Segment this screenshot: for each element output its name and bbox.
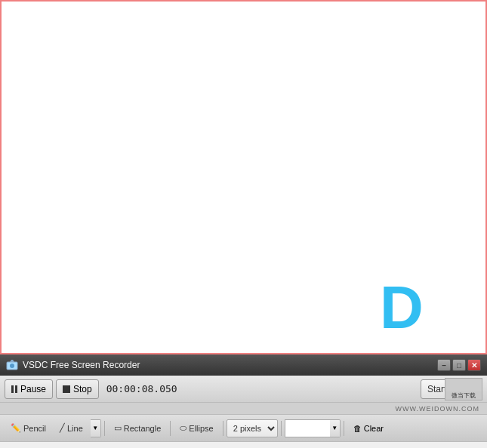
stop-label: Stop — [73, 384, 92, 394]
ellipse-icon: ⬭ — [180, 423, 186, 433]
pencil-tool-button[interactable]: ✏️ Pencil — [5, 419, 52, 438]
timer-display: 00:00:08.050 — [106, 383, 177, 394]
pause-label: Pause — [20, 384, 46, 394]
window-controls: – □ ✕ — [437, 359, 481, 371]
svg-point-2 — [10, 364, 14, 368]
capture-area: D — [0, 0, 487, 354]
line-label: Line — [67, 424, 83, 433]
title-bar: VSDC Free Screen Recorder – □ ✕ — [0, 354, 487, 376]
rectangle-tool-button[interactable]: ▭ Rectangle — [108, 419, 168, 438]
color-preview[interactable] — [285, 419, 330, 437]
recorder-bar: VSDC Free Screen Recorder – □ ✕ Pause St… — [0, 354, 487, 448]
pencil-label: Pencil — [23, 424, 46, 433]
separator-5 — [344, 421, 344, 436]
app-title: VSDC Free Screen Recorder — [23, 360, 140, 370]
pause-icon — [11, 385, 17, 393]
app-icon — [6, 359, 18, 371]
separator-4 — [281, 421, 282, 436]
rectangle-icon: ▭ — [114, 423, 122, 433]
size-dropdown-group: 2 pixels 4 pixels 6 pixels — [227, 419, 278, 438]
clear-label: Clear — [364, 424, 384, 433]
thumbnail-label: 微当下载 — [452, 392, 476, 399]
separator-2 — [170, 421, 171, 436]
pencil-icon: ✏️ — [11, 423, 21, 433]
separator-1 — [104, 421, 105, 436]
title-bar-left: VSDC Free Screen Recorder — [6, 359, 140, 371]
clear-button[interactable]: 🗑 Clear — [347, 419, 390, 438]
separator-3 — [223, 421, 223, 436]
svg-text:D: D — [380, 275, 424, 336]
maximize-button[interactable]: □ — [452, 359, 466, 371]
line-dropdown-arrow[interactable]: ▼ — [91, 419, 101, 437]
minimize-button[interactable]: – — [437, 359, 451, 371]
line-tool-button[interactable]: ╱ Line — [54, 419, 89, 438]
color-picker-group: ▼ — [285, 419, 341, 437]
close-button[interactable]: ✕ — [467, 359, 481, 371]
stop-icon — [63, 385, 70, 393]
drawing-toolbar: ✏️ Pencil ╱ Line ▼ ▭ Rectangle ⬭ Ellipse… — [0, 415, 487, 442]
watermark-logo: D — [380, 275, 440, 338]
clear-icon: 🗑 — [353, 424, 362, 433]
thumbnail-preview: 微当下载 — [445, 378, 482, 400]
color-dropdown-arrow[interactable]: ▼ — [330, 419, 341, 437]
size-select[interactable]: 2 pixels 4 pixels 6 pixels — [227, 419, 278, 437]
stop-button[interactable]: Stop — [56, 379, 99, 399]
ellipse-tool-button[interactable]: ⬭ Ellipse — [174, 419, 219, 438]
watermark-url: WWW.WEIDOWN.COM — [396, 405, 479, 413]
ellipse-label: Ellipse — [189, 424, 213, 433]
svg-marker-3 — [10, 360, 14, 362]
pause-button[interactable]: Pause — [5, 379, 53, 399]
rectangle-label: Rectangle — [124, 424, 162, 433]
line-icon: ╱ — [60, 423, 65, 433]
watermark-bar: WWW.WEIDOWN.COM — [0, 403, 487, 415]
controls-bar: Pause Stop 00:00:08.050 微当下载 Start codin… — [0, 376, 487, 403]
